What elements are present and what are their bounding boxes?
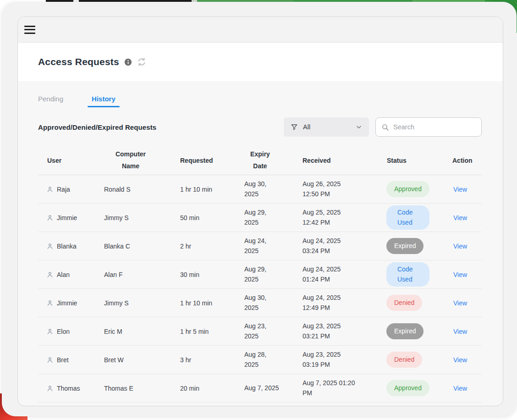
tab-history[interactable]: History: [92, 95, 116, 107]
user-cell: Jimmie: [38, 299, 94, 307]
status-filter-dropdown[interactable]: All: [284, 117, 369, 137]
status-badge: Approved: [386, 181, 429, 197]
column-header-user: User: [38, 157, 94, 164]
status-badge: Code Used: [386, 262, 429, 287]
expiry-date-cell: Aug 28, 2025: [231, 350, 289, 370]
column-header-action: Action: [442, 157, 483, 164]
table-body: Raja Ronald S 1 hr 10 min Aug 30, 2025 A…: [38, 175, 482, 403]
person-icon: [46, 271, 54, 278]
requested-cell: 20 min: [167, 385, 231, 392]
person-icon: [46, 356, 54, 364]
computer-name-cell: Jimmy S: [94, 214, 167, 221]
computer-name-cell: Bret W: [94, 356, 167, 364]
table-row: Raja Ronald S 1 hr 10 min Aug 30, 2025 A…: [38, 175, 482, 204]
section-heading: Approved/Denied/Expired Requests: [38, 123, 156, 131]
action-cell: View: [442, 356, 483, 364]
app-bar: [18, 17, 503, 43]
table-row: Elon Eric M 1 hr 5 min Aug 23, 2025 Aug …: [38, 317, 482, 346]
requested-cell: 2 hr: [167, 243, 231, 250]
status-cell: Approved: [378, 181, 442, 197]
status-cell: Denied: [378, 352, 442, 368]
hamburger-menu-icon[interactable]: [24, 26, 35, 34]
person-icon: [46, 328, 54, 335]
user-cell: Raja: [38, 186, 94, 193]
computer-name-cell: Jimmy S: [94, 299, 167, 307]
person-icon: [46, 299, 54, 307]
expiry-date-cell: Aug 29, 2025: [231, 265, 289, 284]
user-cell: Thomas: [38, 385, 94, 392]
received-cell: Aug 7, 2025 01:20 PM: [289, 378, 378, 398]
view-link[interactable]: View: [453, 299, 467, 307]
expiry-date-cell: Aug 30, 2025: [231, 179, 289, 199]
status-cell: Code Used: [378, 205, 442, 230]
expiry-date-cell: Aug 7, 2025: [231, 383, 289, 393]
status-badge: Expired: [386, 238, 424, 254]
requested-cell: 30 min: [167, 271, 231, 278]
tab-bar: Pending History: [38, 95, 482, 107]
column-header-computer-name: Computer Name: [94, 149, 167, 172]
search-icon: [381, 123, 389, 131]
view-link[interactable]: View: [453, 385, 467, 392]
search-box: [375, 117, 482, 137]
user-name: Jimmie: [57, 214, 77, 221]
table-row: Thomas Thomas E 20 min Aug 7, 2025 Aug 7…: [38, 374, 482, 403]
computer-name-cell: Ronald S: [94, 186, 167, 193]
view-link[interactable]: View: [453, 328, 467, 335]
received-cell: Aug 24, 2025 01:24 PM: [289, 265, 378, 284]
view-link[interactable]: View: [453, 271, 467, 278]
filter-selected-value: All: [303, 123, 310, 131]
user-cell: Alan: [38, 271, 94, 278]
expiry-date-cell: Aug 23, 2025: [231, 321, 289, 341]
received-cell: Aug 23, 2025 03:19 PM: [289, 350, 378, 370]
user-name: Thomas: [57, 385, 80, 392]
table-row: Jimmie Jimmy S 1 hr 10 min Aug 30, 2025 …: [38, 289, 482, 317]
column-header-requested: Requested: [167, 157, 231, 164]
user-name: Jimmie: [57, 299, 77, 307]
refresh-icon[interactable]: [137, 57, 146, 66]
tab-pending[interactable]: Pending: [38, 95, 63, 107]
person-icon: [46, 385, 54, 392]
user-cell: Bret: [38, 356, 94, 364]
received-cell: Aug 25, 2025 12:42 PM: [289, 208, 378, 227]
view-link[interactable]: View: [453, 356, 467, 364]
person-icon: [46, 214, 54, 221]
requested-cell: 3 hr: [167, 356, 231, 364]
table-row: Jimmie Jimmy S 50 min Aug 29, 2025 Aug 2…: [38, 204, 482, 232]
window-shell: Access Requests Pending: [2, 2, 517, 416]
status-cell: Code Used: [378, 262, 442, 287]
action-cell: View: [442, 385, 483, 392]
status-cell: Approved: [378, 380, 442, 396]
view-link[interactable]: View: [453, 214, 467, 221]
user-name: Alan: [57, 271, 70, 278]
person-icon: [46, 186, 54, 193]
funnel-icon: [291, 123, 298, 131]
status-badge: Approved: [386, 380, 429, 396]
view-link[interactable]: View: [453, 186, 467, 193]
content-area: Pending History Approved/Denied/Expired …: [18, 95, 503, 403]
requested-cell: 1 hr 10 min: [167, 186, 231, 193]
user-name: Bret: [57, 356, 69, 364]
view-link[interactable]: View: [453, 243, 467, 250]
computer-name-cell: Blanka C: [94, 243, 167, 250]
status-badge: Denied: [386, 295, 422, 311]
expiry-date-cell: Aug 29, 2025: [231, 208, 289, 227]
user-name: Blanka: [57, 243, 77, 250]
access-requests-panel: Access Requests Pending: [17, 17, 503, 406]
status-cell: Expired: [378, 323, 442, 339]
expiry-date-cell: Aug 24, 2025: [231, 236, 289, 256]
column-header-status: Status: [378, 157, 442, 164]
info-icon[interactable]: [124, 58, 132, 66]
column-header-received: Received: [289, 157, 378, 164]
expiry-date-cell: Aug 30, 2025: [231, 293, 289, 313]
search-input[interactable]: [393, 123, 476, 131]
toolbar: Approved/Denied/Expired Requests All: [38, 117, 482, 137]
requested-cell: 1 hr 5 min: [167, 328, 231, 335]
action-cell: View: [442, 186, 483, 193]
user-name: Raja: [57, 186, 70, 193]
computer-name-cell: Thomas E: [94, 385, 167, 392]
action-cell: View: [442, 271, 483, 278]
received-cell: Aug 24, 2025 03:24 PM: [289, 236, 378, 256]
status-badge: Expired: [386, 323, 424, 339]
status-badge: Denied: [386, 352, 422, 368]
status-badge: Code Used: [386, 205, 429, 230]
